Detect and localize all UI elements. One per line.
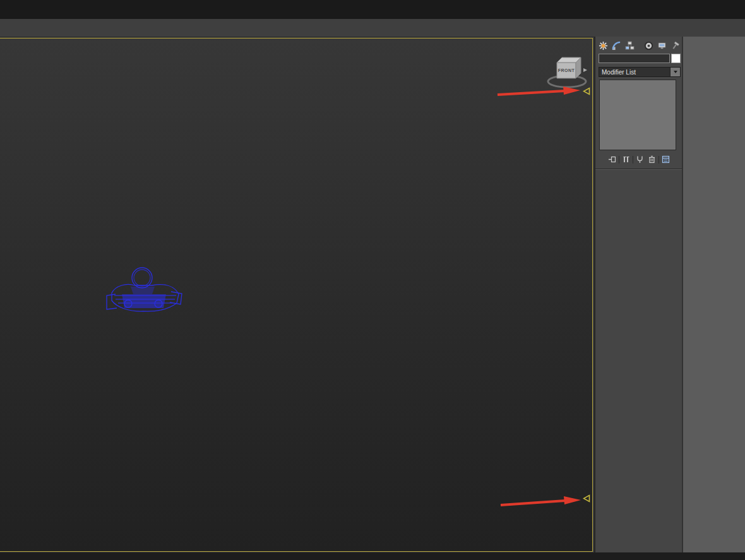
toolbar-separator — [659, 156, 659, 164]
modifier-list-dropdown[interactable]: Modifier List — [599, 67, 681, 77]
annotation-arrow-bottom — [499, 496, 581, 511]
tab-display[interactable] — [656, 40, 668, 51]
modify-icon — [612, 41, 621, 51]
rollout-area — [595, 170, 682, 552]
toolbar-separator — [619, 156, 619, 164]
configure-modifier-sets-button[interactable] — [660, 155, 671, 165]
create-icon — [599, 41, 608, 51]
command-panel: Modifier List — [594, 37, 682, 552]
viewport-clipping-near-marker[interactable] — [583, 86, 590, 95]
wireframe-model-icon — [105, 264, 184, 317]
dropdown-arrow-button[interactable] — [670, 68, 680, 76]
viewport[interactable]: FRONT — [0, 38, 593, 552]
tab-motion[interactable] — [643, 40, 655, 51]
clip-triangle-icon — [583, 87, 590, 95]
application-window: FRONT — [0, 0, 745, 560]
make-unique-icon — [636, 155, 644, 164]
scene-object-wireframe[interactable] — [105, 264, 184, 317]
pin-stack-icon — [608, 155, 616, 164]
arrow-icon — [499, 496, 581, 508]
clip-triangle-icon — [583, 494, 590, 503]
viewcube[interactable]: FRONT — [544, 53, 592, 90]
tab-utilities[interactable] — [669, 40, 681, 51]
display-icon — [657, 41, 667, 51]
configure-modifier-sets-icon — [662, 155, 670, 164]
show-end-result-button[interactable] — [621, 155, 631, 165]
object-color-swatch[interactable] — [671, 54, 681, 63]
toolbar-separator — [633, 156, 633, 164]
titlebar — [0, 0, 745, 19]
menubar — [0, 19, 745, 37]
make-unique-button[interactable] — [635, 155, 645, 165]
show-end-result-icon — [622, 155, 630, 164]
object-name-row — [599, 54, 681, 63]
tab-modify[interactable] — [611, 40, 623, 51]
tab-create[interactable] — [597, 40, 609, 51]
object-name-input[interactable] — [599, 54, 670, 63]
remove-modifier-icon — [648, 155, 656, 164]
viewport-clipping-far-marker[interactable] — [583, 494, 590, 502]
tab-hierarchy[interactable] — [624, 40, 636, 51]
arrow-icon — [496, 86, 581, 98]
modifier-list-label: Modifier List — [599, 69, 670, 76]
chevron-down-icon — [674, 71, 677, 73]
modifier-stack-toolbar — [597, 154, 681, 165]
window-right-gutter — [682, 37, 745, 552]
hierarchy-icon — [625, 41, 635, 51]
remove-modifier-button[interactable] — [647, 155, 657, 165]
viewcube-label[interactable]: FRONT — [558, 68, 575, 73]
modifier-stack-list[interactable] — [599, 80, 676, 150]
pin-stack-button[interactable] — [607, 155, 617, 165]
annotation-arrow-top — [496, 86, 581, 100]
command-panel-tabs — [597, 39, 681, 52]
motion-icon — [644, 41, 653, 51]
utilities-icon — [670, 41, 680, 51]
viewcube-icon: FRONT — [544, 53, 592, 90]
bottom-bar — [0, 552, 745, 560]
